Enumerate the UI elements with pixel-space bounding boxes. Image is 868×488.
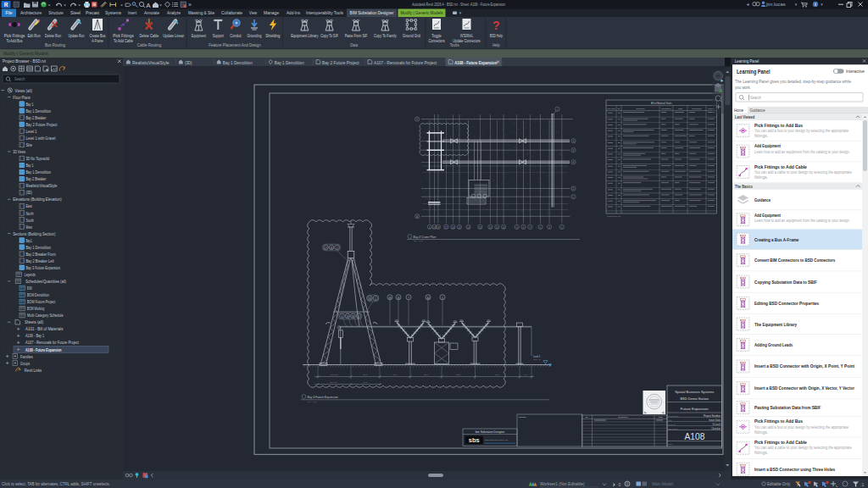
svg-text:Bill of Material Totals: Bill of Material Totals: [651, 102, 672, 105]
svg-text:Bay 2 Breaker: Bay 2 Breaker: [25, 176, 46, 181]
svg-text:Data: Data: [350, 42, 358, 47]
svg-text:Bay 1: Bay 1: [25, 102, 33, 107]
svg-text:Paste From SIF: Paste From SIF: [345, 33, 368, 38]
svg-text::1: :1: [860, 482, 865, 487]
svg-text:Editing BSD Connector Properti: Editing BSD Connector Properties: [754, 301, 819, 306]
svg-text:Architecture: Architecture: [20, 10, 42, 15]
svg-text:3D Views: 3D Views: [13, 149, 25, 154]
svg-text:Learning Panel: Learning Panel: [737, 68, 771, 75]
svg-text:Description: Description: [618, 416, 628, 418]
svg-text:Drawn By: Drawn By: [669, 424, 676, 425]
svg-text:Families: Families: [20, 354, 33, 359]
svg-text:Editable Only: Editable Only: [767, 481, 790, 486]
svg-text:To Add Cable: To Add Cable: [114, 38, 133, 43]
svg-text:Pick Fittings to Add Cable: Pick Fittings to Add Cable: [754, 164, 807, 169]
svg-text:You can add a bus to your desi: You can add a bus to your design by sele…: [754, 425, 849, 430]
svg-text:Learning Panel: Learning Panel: [735, 58, 759, 64]
svg-text:Convert BIM Connectors to BSD: Convert BIM Connectors to BSD Connectors: [754, 258, 835, 263]
svg-text:◂: ◂: [746, 2, 748, 7]
svg-text:Bay 1 Demolition: Bay 1 Demolition: [275, 60, 304, 65]
svg-text:Manage: Manage: [264, 10, 279, 15]
svg-text:Workset1 (Not Editable): Workset1 (Not Editable): [540, 481, 585, 486]
svg-text:Bay 3 Future Expansion: Bay 3 Future Expansion: [308, 396, 338, 399]
svg-text:Part Number: Part Number: [692, 108, 702, 109]
svg-text:Level 0: Level 0: [533, 363, 540, 366]
svg-text:A108 - Future Expansion: A108 - Future Expansion: [25, 347, 62, 352]
svg-text:Tools: Tools: [450, 42, 459, 47]
svg-text:sbs: sbs: [469, 436, 480, 444]
svg-text:File: File: [6, 10, 13, 15]
svg-text:Project Name: Project Name: [669, 415, 680, 417]
svg-text:Create Bus: Create Bus: [90, 33, 106, 38]
svg-text:Pasting Substation Data from S: Pasting Substation Data from SBIF: [754, 405, 821, 410]
svg-text:Views (all): Views (all): [15, 88, 33, 93]
svg-text:Analyze: Analyze: [167, 10, 181, 15]
svg-text:fittings.: fittings.: [754, 134, 768, 138]
svg-text:The Learning Panel gives you d: The Learning Panel gives you detailed, s…: [735, 79, 851, 84]
svg-text:A106 - Bay 1: A106 - Bay 1: [25, 333, 44, 338]
svg-text:Bay 1: Bay 1: [25, 163, 33, 168]
svg-text:Learn how to add an equipment: Learn how to add an equipment from the c…: [754, 150, 850, 154]
svg-text:E: E: [573, 161, 575, 164]
svg-text:11'-0": 11'-0": [363, 381, 367, 383]
svg-text:{3D}: {3D}: [185, 60, 192, 65]
svg-text:Annotate: Annotate: [144, 10, 159, 15]
svg-text:A101 - Bill of Materials: A101 - Bill of Materials: [25, 326, 64, 331]
svg-text:12'-0": 12'-0": [424, 374, 429, 375]
svg-text:Bus Routing: Bus Routing: [45, 42, 65, 47]
svg-text:fittings.: fittings.: [754, 175, 768, 180]
svg-text:Elevations (Building Elevation: Elevations (Building Elevation): [13, 197, 61, 202]
svg-text:Shielding: Shielding: [265, 33, 280, 38]
svg-text:BSD Help: BSD Help: [490, 33, 503, 38]
svg-text:Creating a Bus A-Frame: Creating a Bus A-Frame: [754, 237, 798, 242]
svg-text:jim.lucas: jim.lucas: [765, 2, 786, 7]
svg-text:Delete Run: Delete Run: [45, 33, 61, 38]
svg-text:View: View: [249, 10, 258, 15]
svg-text:30: 30: [426, 297, 430, 300]
svg-text:Modify | Generic Models: Modify | Generic Models: [401, 10, 443, 15]
svg-text:Main Model: Main Model: [652, 481, 673, 486]
svg-text:11'-6": 11'-6": [392, 374, 397, 375]
svg-text:D.Lach: D.Lach: [713, 423, 721, 426]
svg-text:Legends: Legends: [25, 272, 36, 277]
svg-text:12'-4 3/4": 12'-4 3/4": [331, 374, 338, 375]
svg-text:Floor Plans: Floor Plans: [13, 95, 31, 100]
svg-text:1/4" = 1'-0": 1/4" = 1'-0": [308, 401, 317, 402]
svg-text:100' - 0": 100' - 0": [533, 358, 541, 361]
svg-text:The Equipment Library: The Equipment Library: [754, 322, 798, 327]
svg-text:BOM Future Project: BOM Future Project: [27, 299, 56, 304]
svg-text:Autodesk Revit 2026.4 - BSD.rv: Autodesk Revit 2026.4 - BSD.rvt - Sheet:…: [412, 3, 505, 7]
svg-text:BIM Substation Designer: BIM Substation Designer: [350, 10, 394, 15]
svg-text:Bay 3 Future Expansion: Bay 3 Future Expansion: [25, 265, 60, 270]
svg-text:17'-0": 17'-0": [495, 374, 500, 375]
svg-text:21'-0 3/4": 21'-0 3/4": [331, 381, 338, 383]
svg-text:Add-Ins: Add-Ins: [287, 10, 300, 15]
svg-text:Qty: Qty: [617, 108, 620, 109]
svg-text:To Add Bus: To Add Bus: [7, 38, 23, 43]
svg-text:Bay 1 Demolition: Bay 1 Demolition: [25, 245, 51, 250]
svg-text:A: A: [146, 2, 151, 9]
svg-text:12'-9": 12'-9": [456, 374, 461, 375]
svg-text:Bay 1 Demolition: Bay 1 Demolition: [223, 60, 253, 65]
svg-text:Systems: Systems: [105, 10, 121, 15]
svg-text:G: G: [572, 140, 574, 143]
svg-text:A108 - Future Expansion: A108 - Future Expansion: [454, 60, 497, 65]
svg-text:4'-6": 4'-6": [524, 374, 527, 375]
svg-text:Equipment Library: Equipment Library: [291, 33, 319, 38]
svg-text:NOTES: NOTES: [519, 416, 526, 419]
svg-text:Update Run: Update Run: [69, 33, 85, 38]
svg-text:West: West: [25, 225, 32, 230]
svg-text:A107 - Removals for Future Pro: A107 - Removals for Future Project: [25, 340, 79, 345]
svg-text:Ground Grid: Ground Grid: [403, 33, 420, 38]
svg-text:Pick Fittings: Pick Fittings: [4, 33, 25, 38]
svg-text:Project Number: Project Number: [704, 414, 721, 418]
svg-text:Steel: Steel: [70, 10, 81, 15]
svg-text:Update Linear: Update Linear: [163, 33, 184, 38]
svg-text:A-Frame: A-Frame: [92, 38, 103, 43]
svg-text:A: A: [416, 215, 418, 219]
svg-text:Level 1: Level 1: [25, 129, 36, 134]
svg-text:BOM Working: BOM Working: [27, 306, 44, 311]
svg-text:Model: Model: [678, 108, 683, 109]
svg-text:39: 39: [388, 297, 392, 300]
svg-text:BSD Demo Station: BSD Demo Station: [680, 396, 709, 401]
